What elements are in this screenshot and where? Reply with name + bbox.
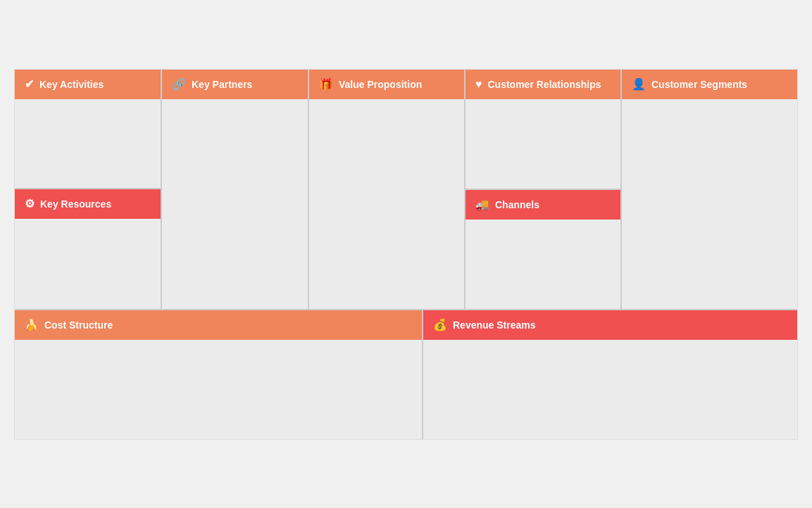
key-activities-body[interactable] (15, 99, 161, 188)
moneybag-icon: 💰 (433, 318, 447, 331)
link-icon: 🔗 (172, 77, 186, 91)
revenue-streams-body[interactable] (423, 340, 797, 439)
value-proposition-label: Value Proposition (339, 79, 422, 90)
key-activities-section: ✔ Key Activities (15, 70, 161, 189)
bmc-main: ✔ Key Activities ⚙ Key Resources (15, 70, 797, 439)
customer-segments-label: Customer Segments (651, 79, 747, 90)
customer-relationships-body[interactable] (466, 99, 620, 189)
channels-header[interactable]: 🚚 Channels (466, 190, 620, 220)
key-resources-header[interactable]: ⚙ Key Resources (15, 189, 161, 219)
revenue-streams-header[interactable]: 💰 Revenue Streams (423, 310, 797, 340)
col-revenue-streams: 💰 Revenue Streams (423, 310, 797, 439)
value-proposition-body[interactable] (309, 99, 464, 309)
customer-relationships-section: ♥ Customer Relationships (466, 70, 620, 190)
value-proposition-header[interactable]: 🎁 Value Proposition (309, 70, 464, 99)
channels-label: Channels (495, 199, 539, 210)
col-value-prop: 🎁 Value Proposition (309, 70, 466, 309)
channels-body[interactable] (466, 220, 620, 309)
customer-relationships-header[interactable]: ♥ Customer Relationships (466, 70, 620, 99)
key-partners-header[interactable]: 🔗 Key Partners (162, 70, 308, 99)
key-partners-label: Key Partners (192, 79, 252, 90)
key-partners-body[interactable] (162, 99, 308, 309)
canvas-wrapper: ✔ Key Activities ⚙ Key Resources (0, 48, 812, 461)
gift-icon: 🎁 (319, 77, 333, 91)
customer-segments-header[interactable]: 👤 Customer Segments (622, 70, 797, 99)
heart-icon: ♥ (475, 78, 482, 91)
key-resources-label: Key Resources (40, 198, 111, 210)
customer-relationships-label: Customer Relationships (488, 79, 601, 90)
key-resources-section: ⚙ Key Resources (15, 189, 161, 309)
cost-structure-body[interactable] (15, 340, 422, 439)
channels-section: 🚚 Channels (466, 190, 620, 309)
cost-structure-label: Cost Structure (44, 319, 113, 331)
person-icon: 👤 (632, 77, 646, 91)
checkmark-icon: ✔ (25, 77, 34, 91)
col-cr-channels: ♥ Customer Relationships 🚚 Channels (466, 70, 622, 309)
col-key-partners: 🔗 Key Partners (162, 70, 309, 309)
bmc-container: ✔ Key Activities ⚙ Key Resources (14, 69, 798, 440)
customer-segments-body[interactable] (622, 99, 797, 309)
key-activities-label: Key Activities (39, 79, 104, 90)
bmc-top: ✔ Key Activities ⚙ Key Resources (15, 70, 797, 309)
col-cost-structure: 🍌 Cost Structure (15, 310, 423, 439)
cost-structure-header[interactable]: 🍌 Cost Structure (15, 310, 422, 340)
key-activities-header[interactable]: ✔ Key Activities (15, 70, 161, 99)
col-customer-segments: 👤 Customer Segments (622, 70, 797, 309)
col-key-activities: ✔ Key Activities ⚙ Key Resources (15, 70, 162, 309)
gear-icon: ⚙ (25, 197, 35, 210)
truck-icon: 🚚 (475, 198, 489, 211)
revenue-streams-label: Revenue Streams (453, 319, 536, 331)
bmc-bottom: 🍌 Cost Structure 💰 Revenue Streams (15, 309, 797, 439)
key-resources-body[interactable] (15, 219, 161, 309)
coins-icon: 🍌 (25, 318, 39, 331)
